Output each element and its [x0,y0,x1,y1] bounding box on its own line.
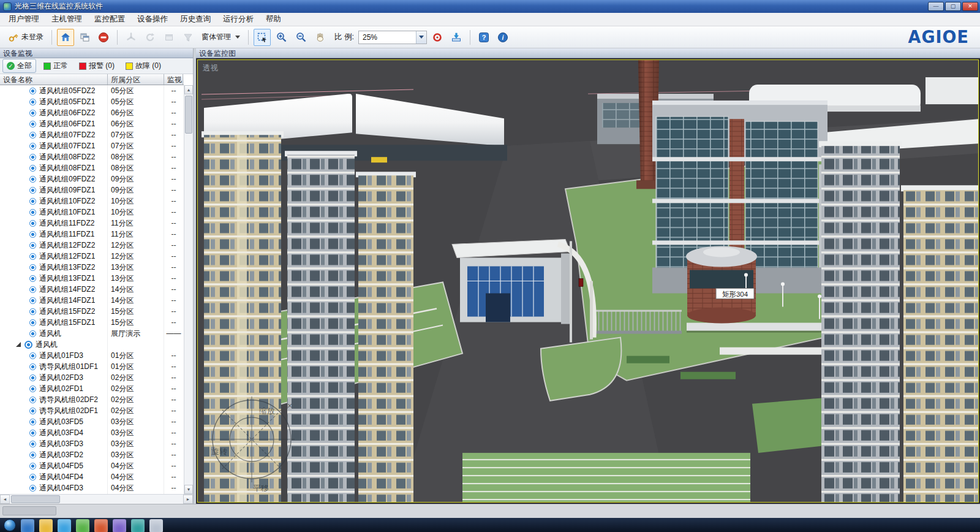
device-row[interactable]: 通风机展厅演示—— [0,328,184,339]
device-row[interactable]: 通风机组14FDZ114分区-- [0,295,184,306]
start-button[interactable] [4,519,16,531]
zoom-out-button[interactable] [292,29,310,46]
horizontal-scroll-thumb[interactable] [11,495,60,503]
device-row[interactable]: 通风机04FD404分区-- [0,471,184,482]
horizontal-scrollbar[interactable]: ◄ ► [0,494,193,504]
filter-button-2[interactable]: 报警 (0) [75,59,118,72]
compass-close-icon[interactable]: × [287,401,292,411]
filter-button-0[interactable]: ✓全部 [2,59,36,73]
vertical-scrollbar[interactable]: ▲ ▼ [184,85,193,494]
refresh-button[interactable] [141,29,159,46]
scene-viewport[interactable]: 矩形304 缩放 旋转 平移 × [197,59,979,503]
home-button[interactable] [57,29,74,46]
collapse-icon[interactable] [16,342,21,347]
device-row[interactable]: 通风机组06FDZ206分区-- [0,107,184,118]
zoom-in-button[interactable] [273,29,290,46]
device-row[interactable]: 通风机组08FDZ108分区-- [0,162,184,173]
taskbar-app-1[interactable] [39,519,53,532]
device-row[interactable]: 通风机组11FDZ211分区-- [0,218,184,229]
taskbar-app-2[interactable] [58,519,71,532]
device-row[interactable]: 通风机组13FDZ213分区-- [0,262,184,273]
device-row[interactable]: 通风机组15FDZ115分区-- [0,317,184,328]
close-button[interactable]: ✕ [962,2,978,11]
device-row[interactable]: 诱导风机组02DF102分区-- [0,405,184,416]
menu-item-6[interactable]: 帮助 [260,13,287,26]
bottom-scroll-strip[interactable] [0,504,980,518]
menu-item-2[interactable]: 监控配置 [88,13,131,26]
device-row[interactable]: 通风机03FD303分区-- [0,438,184,449]
funnel-button[interactable] [179,29,197,46]
device-row[interactable]: 通风机组08FDZ208分区-- [0,151,184,162]
cascade-windows-button[interactable] [76,29,93,46]
scroll-left-button[interactable]: ◄ [0,495,10,504]
pan-button[interactable] [312,29,329,46]
device-row[interactable]: 通风机组05FDZ105分区-- [0,96,184,107]
taskbar-app-0[interactable] [21,519,34,532]
device-row[interactable]: 通风机03FD403分区-- [0,427,184,438]
monitor-3d-scene[interactable]: 矩形304 缩放 旋转 平移 × [198,60,978,502]
scroll-right-button[interactable]: ► [183,495,193,504]
window-manage-dropdown[interactable]: 窗体管理 [198,29,243,46]
column-header-1[interactable]: 所属分区 [108,74,164,85]
fan-button[interactable] [123,29,140,46]
device-row[interactable]: 通风机组15FDZ215分区-- [0,306,184,317]
help-button[interactable]: ? [475,29,492,46]
device-row[interactable]: 通风机组13FDZ113分区-- [0,273,184,284]
bottom-scroll-thumb[interactable] [2,506,56,515]
device-row[interactable]: 通风机03FD503分区-- [0,416,184,427]
vertical-scroll-thumb[interactable] [185,96,192,134]
device-row[interactable]: 通风机03FD203分区-- [0,449,184,460]
device-row[interactable]: 诱导风机组02DF202分区-- [0,394,184,405]
login-button[interactable]: 未登录 [5,29,47,46]
column-header-0[interactable]: 设备名称 [0,74,108,85]
filter-button-1[interactable]: 正常 [40,59,72,72]
device-row[interactable]: 通风机04FD304分区-- [0,482,184,493]
taskbar-app-3[interactable] [76,519,89,532]
device-row[interactable]: 通风机组09FDZ209分区-- [0,173,184,184]
device-row[interactable]: 通风机组10FDZ210分区-- [0,196,184,207]
device-row[interactable]: 诱导风机组01DF101分区-- [0,361,184,372]
info-button[interactable]: i [494,29,511,46]
scroll-down-button[interactable]: ▼ [184,485,193,494]
menu-item-1[interactable]: 主机管理 [45,13,88,26]
locate-button[interactable] [429,29,446,46]
minimize-button[interactable]: — [928,2,944,11]
device-row[interactable]: 通风机01FD301分区-- [0,350,184,361]
capture-button[interactable] [448,29,465,46]
device-row[interactable]: 通风机组11FDZ111分区-- [0,229,184,240]
maximize-button[interactable]: ▢ [945,2,961,11]
device-row[interactable]: 通风机组07FDZ207分区-- [0,129,184,140]
device-row[interactable]: 通风机04FD504分区-- [0,460,184,471]
device-row[interactable]: 通风机02FD102分区-- [0,383,184,394]
scale-select[interactable]: 25% [358,31,427,44]
select-region-button[interactable] [254,29,271,46]
taskbar-app-5[interactable] [113,519,126,532]
menu-item-4[interactable]: 历史查询 [174,13,217,26]
scale-dropdown-button[interactable] [416,31,426,44]
tree-group-row[interactable]: 通风机 [0,339,184,350]
taskbar-app-4[interactable] [94,519,108,532]
compass-zoom-label[interactable]: 缩放 [259,406,275,416]
device-row[interactable]: 通风机组07FDZ107分区-- [0,140,184,151]
menu-item-5[interactable]: 运行分析 [217,13,260,26]
filter-button-3[interactable]: 故障 (0) [122,59,165,72]
device-row[interactable]: 通风机组10FDZ110分区-- [0,207,184,218]
taskbar-app-6[interactable] [131,519,145,532]
device-row[interactable]: 通风机组05FDZ205分区-- [0,85,184,96]
compass-rotate-label[interactable]: 旋转 [211,447,227,456]
device-row[interactable]: 通风机组06FDZ106分区-- [0,118,184,129]
stop-button[interactable] [95,29,112,46]
device-row[interactable]: 通风机组09FDZ109分区-- [0,184,184,196]
device-row[interactable]: 通风机组12FDZ212分区-- [0,240,184,251]
device-row[interactable]: 通风机02FD302分区-- [0,372,184,383]
device-row[interactable]: 通风机组14FDZ214分区-- [0,284,184,295]
device-box-button[interactable] [160,29,178,46]
compass-pan-label[interactable]: 平移 [253,484,269,493]
menu-item-0[interactable]: 用户管理 [2,13,45,26]
menu-item-3[interactable]: 设备操作 [131,13,174,26]
scroll-up-button[interactable]: ▲ [184,85,193,94]
taskbar-app-7[interactable] [149,519,163,532]
column-header-2[interactable]: 监视 [164,74,183,85]
device-zone: 05分区 [108,85,164,96]
device-row[interactable]: 通风机组12FDZ112分区-- [0,251,184,262]
